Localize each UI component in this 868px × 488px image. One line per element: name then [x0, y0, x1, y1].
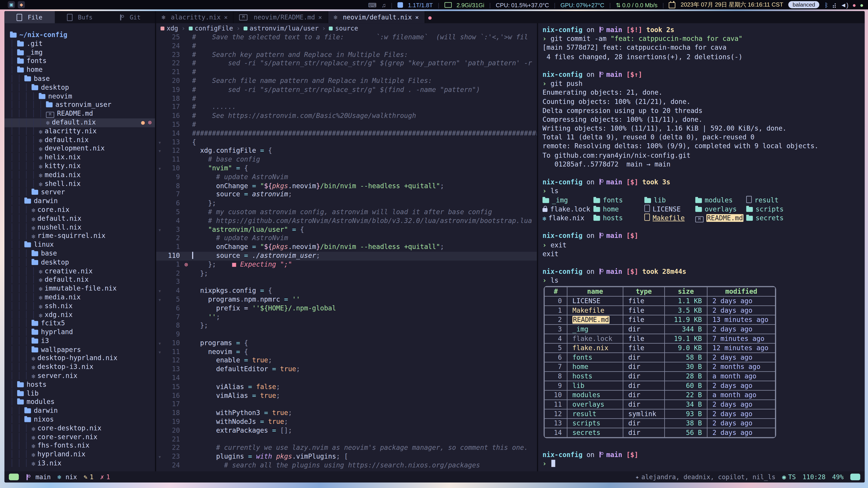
tree-item-hyprland[interactable]: │││hyprland: [4, 328, 155, 337]
tree-item-rime-squirrel.nix[interactable]: │││rime-squirrel.nix: [4, 232, 155, 241]
editor-line[interactable]: 21: [156, 435, 537, 444]
tree-item-default.nix[interactable]: │││default.nix: [4, 215, 155, 223]
tree-item-nushell.nix[interactable]: │││nushell.nix: [4, 223, 155, 232]
neotree-tab-git[interactable]: Git: [105, 11, 155, 23]
tree-item-immutable-file.nix[interactable]: ││││immutable-file.nix: [4, 285, 155, 293]
tree-item-nixos[interactable]: ││nixos: [4, 416, 155, 424]
tab-alacritty-nix[interactable]: alacritty.nix×: [156, 11, 234, 23]
editor-line[interactable]: ▾23 plugins = with pkgs.vimPlugins; [: [156, 453, 537, 462]
git-branch[interactable]: main: [26, 473, 51, 481]
tree-item-shell.nix[interactable]: ││││shell.nix: [4, 180, 155, 188]
editor-line[interactable]: 2 };: [156, 269, 537, 278]
tree-item-linux[interactable]: ││linux: [4, 241, 155, 250]
breadcrumb-item-astronvim-lua-user[interactable]: astronvim/lua/user: [243, 23, 318, 33]
editor-line[interactable]: 2 # update AstroNvim: [156, 234, 537, 243]
tree-item-base[interactable]: │││base: [4, 250, 155, 258]
neotree-panel[interactable]: ~/nix-config│.git│_img│fonts│home││base│…: [4, 23, 156, 471]
neotree-tab-bufs[interactable]: Bufs: [55, 11, 105, 23]
tab-close-icon[interactable]: ×: [415, 13, 419, 21]
editor-line[interactable]: 17# ......: [156, 103, 537, 112]
editor-line[interactable]: 18#: [156, 94, 537, 103]
editor-line[interactable]: ▾11 neovim = {: [156, 348, 537, 357]
network-icon[interactable]: ⣴: [832, 1, 837, 8]
tree-item-wallpapers[interactable]: │││wallpapers: [4, 346, 155, 355]
editor-pane[interactable]: xdg › configFile › astronvim/lua/user › …: [156, 23, 537, 471]
tree-item-xdg.nix[interactable]: ││││xdg.nix: [4, 311, 155, 320]
editor-line[interactable]: ▾10 programs = {: [156, 339, 537, 348]
tree-item-core-server.nix[interactable]: │││core-server.nix: [4, 433, 155, 442]
editor-line[interactable]: 1⊗ }; ■ Expecting ";": [156, 260, 537, 269]
editor-line[interactable]: 8 onChange = "${pkgs.neovim}/bin/nvim --…: [156, 182, 537, 191]
tree-item-base[interactable]: ││base: [4, 75, 155, 84]
tree-item-neovim[interactable]: ││││neovim: [4, 92, 155, 101]
music-icon[interactable]: ♫: [381, 1, 386, 8]
tree-item-helix.nix[interactable]: ││││helix.nix: [4, 153, 155, 162]
editor-line[interactable]: 13 defaultEditor = true;: [156, 365, 537, 374]
tab-close-icon[interactable]: ×: [318, 13, 322, 21]
editor-line[interactable]: 20# Search file name pattern and Replace…: [156, 77, 537, 86]
tree-item-home[interactable]: │home: [4, 66, 155, 75]
tree-item-~/nix-config[interactable]: ~/nix-config: [4, 31, 155, 40]
editor-line[interactable]: 8 };: [156, 322, 537, 330]
tree-item-README.md[interactable]: │││││README.md: [4, 109, 155, 119]
editor-line[interactable]: 16 vimAlias = true;: [156, 392, 537, 400]
tree-item-default.nix[interactable]: ││││default.nix: [4, 275, 155, 285]
editor-line[interactable]: 15 viAlias = false;: [156, 383, 537, 392]
tree-item-darwin[interactable]: ││darwin: [4, 407, 155, 416]
breadcrumb-item-source[interactable]: source: [329, 23, 358, 33]
tree-item-alacritty.nix[interactable]: ││││alacritty.nix: [4, 127, 155, 136]
tree-item-ssh.nix[interactable]: ││││ssh.nix: [4, 302, 155, 311]
bluetooth-icon[interactable]: ᛒ: [825, 1, 828, 8]
editor-line[interactable]: 17: [156, 400, 537, 409]
tree-item-media.nix[interactable]: ││││media.nix: [4, 293, 155, 302]
tree-item-darwin[interactable]: ││darwin: [4, 197, 155, 206]
editor-line[interactable]: 24 # search all the plugins using https:…: [156, 462, 537, 470]
breadcrumb-item-configfile[interactable]: configFile: [188, 23, 233, 33]
editor-line[interactable]: 7 source = astronvim;: [156, 191, 537, 199]
editor-line[interactable]: 24#: [156, 42, 537, 51]
tray-green-icon[interactable]: ●: [860, 1, 864, 8]
tree-item-fcitx5[interactable]: │││fcitx5: [4, 320, 155, 328]
editor-line[interactable]: 25# Save the selected text to a file: `:…: [156, 33, 537, 42]
editor-line[interactable]: 1 onChange = "${pkgs.neovim}/bin/nvim --…: [156, 243, 537, 252]
tree-item-server.nix[interactable]: │││server.nix: [4, 372, 155, 381]
tab-close-icon[interactable]: ×: [224, 13, 228, 21]
tree-item-desktop-hyprland.nix[interactable]: │││desktop-hyprland.nix: [4, 355, 155, 363]
tree-item-hosts[interactable]: │hosts: [4, 381, 155, 390]
editor-line[interactable]: 9 # update AstroNvim: [156, 173, 537, 182]
editor-line[interactable]: 12 enable = true;: [156, 357, 537, 365]
diagnostic-errors[interactable]: ✗1: [100, 473, 110, 481]
terminal-pane[interactable]: nix-config on main [$!] took 2s› git com…: [537, 23, 865, 471]
tree-item-i3[interactable]: │││i3: [4, 337, 155, 346]
tree-item-kitty.nix[interactable]: ││││kitty.nix: [4, 162, 155, 171]
tree-item-modules[interactable]: │modules: [4, 398, 155, 407]
editor-line[interactable]: ▾4 nixpkgs.config = {: [156, 287, 537, 295]
tree-item-core.nix[interactable]: │││core.nix: [4, 206, 155, 215]
tray-red-icon[interactable]: ●: [852, 1, 856, 8]
tab-neovim-default-nix[interactable]: neovim/default.nix×: [328, 11, 425, 23]
workspace-1[interactable]: ▣: [8, 1, 15, 8]
tree-item-default.nix[interactable]: │││││default.nix●⊗: [4, 119, 155, 127]
tree-item-.git[interactable]: │.git: [4, 40, 155, 48]
editor-line[interactable]: 18 withPython3 = true;: [156, 409, 537, 418]
editor-line[interactable]: 4 # https://github.com/AstroNvim/AstroNv…: [156, 217, 537, 225]
breadcrumb-item-xdg[interactable]: xdg: [160, 23, 178, 33]
volume-icon[interactable]: ◄): [840, 1, 848, 8]
editor-line[interactable]: 14: [156, 374, 537, 383]
editor-line[interactable]: 20 extraPackages = [];: [156, 427, 537, 435]
ime-icon[interactable]: ⌨: [368, 1, 377, 8]
tree-item-astronvim_user[interactable]: │││││astronvim_user: [4, 101, 155, 110]
tab-neovim-readme[interactable]: neovim/README.md×: [234, 11, 328, 23]
tree-item-development.nix[interactable]: ││││development.nix: [4, 144, 155, 153]
tree-item-fhs-fonts.nix[interactable]: │││fhs-fonts.nix: [4, 442, 155, 451]
tree-item-_img[interactable]: │_img: [4, 48, 155, 57]
editor-line[interactable]: ▾10 "nvim" = {: [156, 164, 537, 173]
editor-line[interactable]: 11 # base config: [156, 156, 537, 164]
editor-line[interactable]: 6 };: [156, 199, 537, 208]
editor-line[interactable]: 22# sed -ri "s/pattern_str/replace_str/g…: [156, 59, 537, 68]
editor-line[interactable]: ▾3 "astronvim/lua/user" = {: [156, 225, 537, 234]
editor-line[interactable]: ▾13{: [156, 138, 537, 147]
diagnostic-warnings[interactable]: ✎1: [84, 473, 94, 481]
editor-line[interactable]: 9: [156, 330, 537, 339]
tree-item-core-desktop.nix[interactable]: │││core-desktop.nix: [4, 424, 155, 433]
